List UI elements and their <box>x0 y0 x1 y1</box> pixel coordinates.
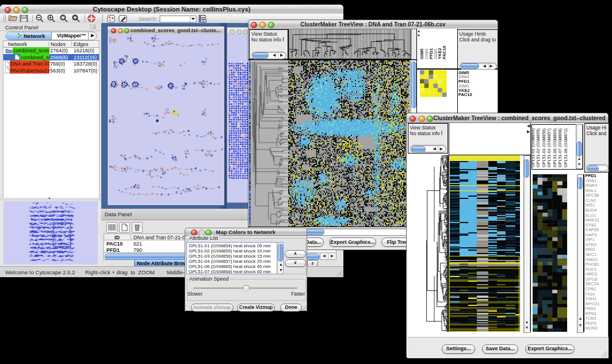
svg-text:GPL51-02 (GSM855): GPL51-02 (GSM855) <box>536 128 541 167</box>
svg-text:GPL51-06 (GSM865): GPL51-06 (GSM865) <box>552 128 557 167</box>
svg-text:GPL51-01 (GSM854): GPL51-01 (GSM854) <box>531 128 536 167</box>
svg-text:GPL51-04 (GSM857): GPL51-04 (GSM857) <box>546 128 552 167</box>
svg-text:GPL51-03 (GSM856): GPL51-03 (GSM856) <box>541 128 546 167</box>
svg-text:PAC10: PAC10 <box>442 45 447 59</box>
svg-text:GPL51-08 (GSM872): GPL51-08 (GSM872) <box>563 128 568 167</box>
svg-text:Search:: Search: <box>139 16 158 22</box>
svg-text:GPL51-07 (GSM868): GPL51-07 (GSM868) <box>557 128 563 167</box>
